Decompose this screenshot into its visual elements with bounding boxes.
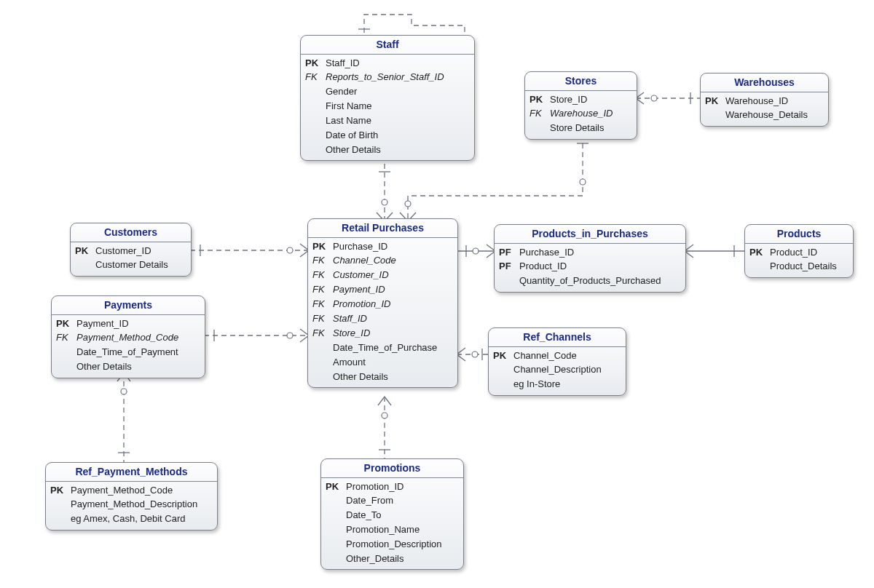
- key-indicator: FK: [305, 71, 326, 84]
- attribute-name: Gender: [326, 86, 357, 98]
- entity-ref-payment-methods[interactable]: Ref_Payment_MethodsPKPayment_Method_Code…: [45, 462, 218, 531]
- attribute-name: Store_ID: [550, 94, 587, 106]
- entity-title: Products: [745, 225, 853, 244]
- key-indicator: [705, 109, 725, 122]
- entity-warehouses[interactable]: WarehousesPKWarehouse_IDWarehouse_Detail…: [700, 73, 829, 127]
- entity-body: PKStaff_IDFKReports_to_Senior_Staff_IDGe…: [301, 55, 474, 160]
- attribute-name: Promotion_ID: [333, 298, 390, 311]
- attribute-row: eg In-Store: [489, 378, 626, 392]
- key-indicator: [326, 524, 346, 536]
- attribute-name: Payment_ID: [76, 318, 129, 330]
- entity-promotions[interactable]: PromotionsPKPromotion_IDDate_FromDate_To…: [320, 458, 464, 570]
- attribute-name: Purchase_ID: [333, 241, 387, 253]
- attribute-name: Staff_ID: [333, 313, 367, 325]
- key-indicator: FK: [529, 108, 550, 120]
- attribute-name: Other Details: [333, 371, 388, 384]
- attribute-row: FKChannel_Code: [308, 254, 457, 269]
- entity-retail-purchases[interactable]: Retail PurchasesPKPurchase_IDFKChannel_C…: [307, 218, 458, 388]
- attribute-name: Store Details: [550, 122, 604, 135]
- attribute-name: Reports_to_Senior_Staff_ID: [326, 71, 444, 84]
- attribute-row: PFPurchase_ID: [495, 245, 685, 260]
- attribute-name: eg In-Store: [513, 378, 560, 391]
- key-indicator: PK: [305, 57, 326, 70]
- key-indicator: [326, 495, 346, 507]
- attribute-name: Date_Time_of_Purchase: [333, 342, 437, 354]
- attribute-name: Staff_ID: [326, 57, 360, 70]
- svg-point-7: [580, 179, 586, 185]
- attribute-row: FKStore_ID: [308, 326, 457, 341]
- key-indicator: [493, 378, 513, 391]
- attribute-row: PKPayment_ID: [52, 317, 205, 331]
- attribute-name: Payment_Method_Code: [71, 485, 173, 497]
- key-indicator: [326, 509, 346, 522]
- attribute-name: Customer Details: [95, 259, 168, 271]
- attribute-row: Customer Details: [71, 258, 191, 273]
- key-indicator: FK: [56, 332, 76, 344]
- attribute-row: Other_Details: [321, 552, 463, 566]
- attribute-row: Promotion_Description: [321, 538, 463, 552]
- entity-title: Customers: [71, 223, 191, 242]
- attribute-row: Other Details: [52, 360, 205, 375]
- entity-title: Promotions: [321, 459, 463, 478]
- key-indicator: [50, 513, 71, 525]
- attribute-name: Promotion_Description: [346, 539, 442, 551]
- key-indicator: PK: [50, 485, 71, 497]
- attribute-row: PKCustomer_ID: [71, 244, 191, 258]
- attribute-name: First Name: [326, 100, 372, 113]
- attribute-row: Date_To: [321, 509, 463, 523]
- entity-title: Warehouses: [701, 74, 828, 92]
- key-indicator: PK: [312, 241, 333, 253]
- key-indicator: [305, 144, 326, 156]
- entity-staff[interactable]: StaffPKStaff_IDFKReports_to_Senior_Staff…: [300, 35, 475, 161]
- attribute-row: Date_From: [321, 494, 463, 509]
- attribute-name: Date of Birth: [326, 130, 378, 142]
- key-indicator: PK: [56, 318, 76, 330]
- attribute-row: Product_Details: [745, 260, 853, 274]
- attribute-row: Other Details: [301, 143, 474, 157]
- entity-title: Ref_Payment_Methods: [46, 463, 217, 482]
- entity-customers[interactable]: CustomersPKCustomer_IDCustomer Details: [70, 223, 192, 277]
- svg-point-2: [382, 199, 387, 205]
- key-indicator: [312, 357, 333, 369]
- key-indicator: [499, 275, 519, 287]
- entity-products[interactable]: ProductsPKProduct_IDProduct_Details: [744, 224, 854, 278]
- attribute-row: PKPurchase_ID: [308, 239, 457, 254]
- attribute-row: FKCustomer_ID: [308, 269, 457, 283]
- key-indicator: FK: [312, 313, 333, 325]
- entity-products-in-purchases[interactable]: Products_in_PurchasesPFPurchase_IDPFProd…: [494, 224, 686, 293]
- entity-stores[interactable]: StoresPKStore_IDFKWarehouse_IDStore Deta…: [524, 71, 637, 140]
- svg-point-5: [651, 95, 657, 101]
- key-indicator: FK: [312, 284, 333, 296]
- attribute-row: Date of Birth: [301, 128, 474, 143]
- attribute-name: Product_ID: [519, 261, 567, 273]
- entity-body: PFPurchase_IDPFProduct_IDQuantity_of_Pro…: [495, 244, 685, 292]
- entity-body: PKPurchase_IDFKChannel_CodeFKCustomer_ID…: [308, 238, 457, 387]
- attribute-name: Customer_ID: [95, 245, 151, 258]
- svg-point-27: [473, 248, 479, 254]
- entity-title: Stores: [525, 72, 637, 91]
- er-diagram-canvas: StaffPKStaff_IDFKReports_to_Senior_Staff…: [0, 0, 874, 588]
- attribute-name: Product_Details: [770, 261, 837, 273]
- attribute-row: Store Details: [525, 122, 637, 136]
- key-indicator: [305, 100, 326, 113]
- attribute-row: Date_Time_of_Payment: [52, 346, 205, 360]
- attribute-row: Channel_Description: [489, 363, 626, 378]
- entity-ref-channels[interactable]: Ref_ChannelsPKChannel_CodeChannel_Descri…: [488, 327, 626, 396]
- attribute-row: PKStaff_ID: [301, 56, 474, 71]
- attribute-row: eg Amex, Cash, Debit Card: [46, 512, 217, 527]
- svg-point-17: [121, 389, 127, 394]
- key-indicator: [493, 364, 513, 376]
- key-indicator: PK: [705, 95, 725, 108]
- entity-payments[interactable]: PaymentsPKPayment_IDFKPayment_Method_Cod…: [51, 295, 205, 378]
- svg-point-8: [405, 201, 411, 207]
- attribute-row: FKStaff_ID: [308, 311, 457, 326]
- attribute-name: Promotion_Name: [346, 524, 420, 536]
- entity-body: PKPayment_IDFKPayment_Method_CodeDate_Ti…: [52, 315, 205, 378]
- attribute-name: Channel_Code: [513, 350, 577, 362]
- attribute-row: PKStore_ID: [525, 92, 637, 107]
- entity-body: PKStore_IDFKWarehouse_IDStore Details: [525, 91, 637, 139]
- entity-title: Retail Purchases: [308, 219, 457, 238]
- attribute-name: Product_ID: [770, 247, 817, 259]
- attribute-name: Warehouse_ID: [725, 95, 788, 108]
- attribute-row: Last Name: [301, 114, 474, 129]
